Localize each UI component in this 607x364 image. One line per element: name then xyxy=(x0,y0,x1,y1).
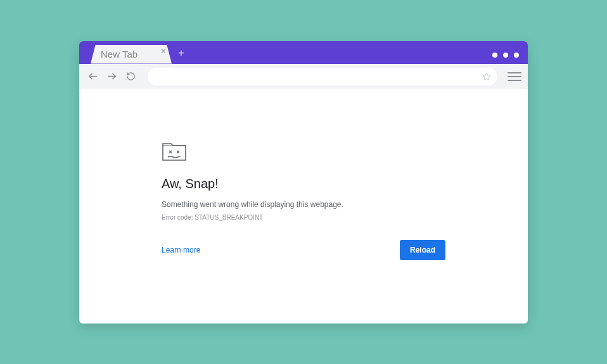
browser-window: New Tab ✕ + xyxy=(79,41,528,323)
address-bar[interactable] xyxy=(148,68,497,85)
window-control-dot[interactable] xyxy=(514,53,519,58)
new-tab-button[interactable]: + xyxy=(174,46,188,60)
error-actions: Learn more Reload xyxy=(162,240,445,260)
toolbar xyxy=(79,64,528,89)
forward-button[interactable] xyxy=(105,70,118,84)
error-title: Aw, Snap! xyxy=(162,177,445,191)
sad-folder-icon xyxy=(162,140,445,163)
bookmark-star-icon[interactable] xyxy=(482,72,491,81)
window-controls xyxy=(492,53,519,58)
tab-label: New Tab xyxy=(101,49,137,60)
window-control-dot[interactable] xyxy=(492,53,497,58)
close-icon[interactable]: ✕ xyxy=(160,47,167,56)
titlebar: New Tab ✕ + xyxy=(79,41,528,64)
error-subtitle: Something went wrong while displaying th… xyxy=(162,200,445,209)
error-code: Error code: STATUS_BREAKPOINT xyxy=(162,214,445,221)
reload-icon-button[interactable] xyxy=(124,70,137,84)
svg-marker-2 xyxy=(483,73,490,80)
browser-tab[interactable]: New Tab ✕ xyxy=(91,45,172,64)
reload-button[interactable]: Reload xyxy=(400,240,445,260)
menu-button[interactable] xyxy=(508,72,521,81)
learn-more-link[interactable]: Learn more xyxy=(162,246,200,254)
tab-strip: New Tab ✕ + xyxy=(79,45,188,64)
back-button[interactable] xyxy=(86,70,99,84)
window-control-dot[interactable] xyxy=(503,53,508,58)
error-page: Aw, Snap! Something went wrong while dis… xyxy=(79,89,528,323)
